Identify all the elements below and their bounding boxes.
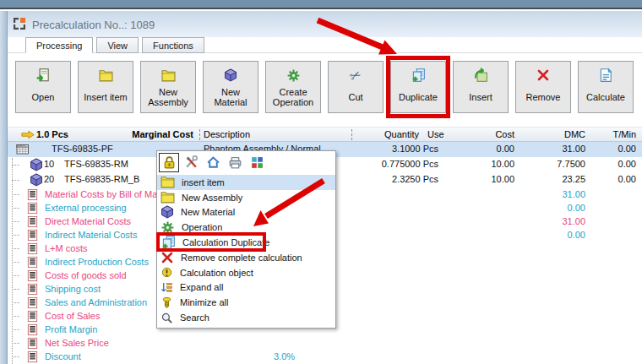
menu-item-expand-all[interactable]: Expand all [157,280,335,296]
printer-icon [228,155,242,170]
tools-menu-button[interactable] [181,153,201,172]
doc-icon [26,310,39,323]
minimize-icon [160,296,173,309]
object-icon [160,266,173,279]
new-assembly-button[interactable]: New Assembly [140,61,196,113]
menu-item-calculation-duplicate[interactable]: Calculation Duplicate [157,235,335,250]
doc-icon [26,256,39,269]
row-item-name: TFS-69835-RM [64,159,128,169]
tree-connector [12,194,19,195]
tools-icon [184,155,199,170]
table-row-discount[interactable]: Discount3.0% [8,350,642,363]
row-quantity: 0.775000 Pcs [329,159,438,169]
lock-menu-button[interactable] [159,153,179,172]
scissors-icon: ✂ [350,68,361,84]
doc-icon [26,215,39,228]
doc-icon [26,269,39,282]
menu-item-new-assembly[interactable]: New Assembly [157,190,335,205]
home-icon [206,155,220,170]
toolbar-button-label: Calculate [586,84,625,112]
remove-icon [160,251,174,264]
row-dmc: 0.00 [501,230,585,240]
cut-button[interactable]: ✂Cut [328,61,384,113]
ribbon-tabs: ProcessingViewFunctions [25,37,204,53]
tree-connector [12,275,19,276]
insert-item-button[interactable]: Insert item [78,61,133,113]
toolbar-button-label: Insert [469,84,492,112]
menu-item-new-material[interactable]: New Material [157,205,335,220]
table-icon [16,143,30,155]
header-marginal-cost: Marginal Cost [109,129,193,139]
table-row-net-sales-price[interactable]: Net Sales Price [8,336,642,350]
cube-icon [224,68,237,82]
tab-functions[interactable]: Functions [142,37,204,53]
window-left-frame [0,11,8,364]
new-material-button[interactable]: New Material [203,61,258,113]
menu-item-label: Search [180,312,209,323]
toolbar-button-label: Cut [348,84,362,112]
tree-connector [12,343,19,344]
menu-item-insert-item[interactable]: insert item [157,175,335,190]
calculate-button[interactable]: Calculate [578,61,634,113]
menu-item-label: Remove complete calculation [181,253,302,263]
row-label: Direct Material Costs [45,216,131,226]
row-tmin: 0.00 [552,174,636,184]
tree-connector [12,221,19,222]
tree-connector [12,208,19,209]
remove-button[interactable]: Remove [515,61,571,113]
tree-connector [12,165,19,166]
open-button[interactable]: Open [15,61,71,113]
printer-menu-button[interactable] [225,153,245,172]
create-operation-button[interactable]: Create Operation [265,61,321,113]
home-menu-button[interactable] [203,153,223,172]
row-item-name: TFS-69835-RM_B [64,174,139,184]
doc-icon [26,188,39,201]
table-header: 1.0 Pcs Marginal Cost Description Quanti… [8,127,642,142]
folder-icon [160,176,175,188]
cube-icon [30,158,43,171]
tree-connector [12,262,19,263]
folder-icon [161,69,176,82]
tree-connector [12,302,19,303]
desktop-top-strip [0,0,642,9]
tree-connector [12,235,19,236]
tab-view[interactable]: View [96,37,139,53]
tab-processing[interactable]: Processing [25,37,93,53]
cube-icon [30,173,43,187]
palette-icon [250,155,264,170]
cube-icon [160,205,174,219]
row-tmin: 0.00 [552,144,636,154]
menu-item-search[interactable]: Search [157,310,335,325]
duplicate-button[interactable]: Duplicate [390,61,446,113]
doc-icon [26,296,39,309]
calculate-icon [598,68,613,83]
row-label: Sales and Administration [45,297,147,307]
toolbar-button-label: Create Operation [266,84,320,112]
gear-icon [286,68,301,83]
tree-connector [12,356,19,357]
row-label: Net Sales Price [45,338,109,348]
menu-item-calculation-object[interactable]: Calculation object [157,265,335,280]
menu-item-operation[interactable]: Operation [157,220,335,235]
open-icon [35,68,51,83]
menu-item-label: Calculation object [180,268,253,278]
row-item-name: TFS-69835-PF [52,144,113,154]
lock-icon [162,155,177,170]
row-label: Costs of goods sold [45,270,127,280]
window-title: Precalculation No..: 1089 [32,19,155,31]
row-label: External processing [45,203,127,213]
tree-connector [12,248,19,249]
insert-button[interactable]: Insert [453,61,509,113]
column-separator [351,129,352,140]
row-description: 3.0% [274,351,295,361]
menu-item-label: New Assembly [182,193,242,203]
header-tmin: T/Min [552,129,636,139]
context-menu-icon-row [157,151,335,175]
app-logo-icon [13,17,26,30]
menu-item-label: Minimize all [180,297,228,307]
menu-item-label: Operation [182,222,222,232]
palette-menu-button[interactable] [247,153,267,172]
menu-item-minimize-all[interactable]: Minimize all [157,295,335,310]
menu-item-remove-complete-calculation[interactable]: Remove complete calculation [157,250,335,265]
app-window: Precalculation No..: 1089 ProcessingView… [0,0,642,364]
